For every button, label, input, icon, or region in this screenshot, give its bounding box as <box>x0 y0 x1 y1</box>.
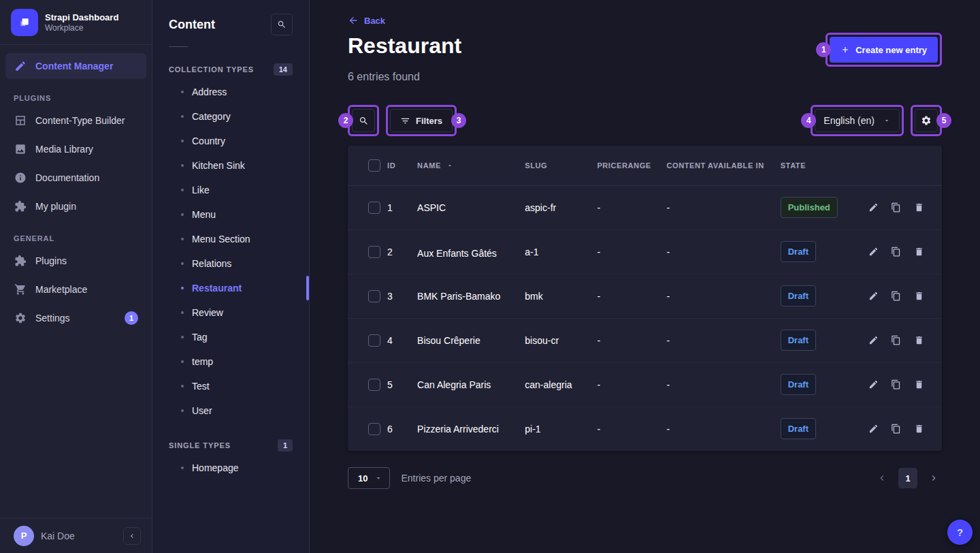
entries-table-card: ID NAME SLUG PRICERANGE CONTENT AVAILAB <box>348 146 942 451</box>
table-row[interactable]: 3 BMK Paris-Bamako bmk - - Draft <box>348 274 942 318</box>
delete-button[interactable] <box>910 242 928 262</box>
filters-button[interactable]: Filters <box>390 109 453 132</box>
sidebar-item-my-plugin[interactable]: My plugin <box>5 193 146 219</box>
column-header-pricerange[interactable]: PRICERANGE <box>597 146 666 185</box>
delete-button[interactable] <box>910 198 928 217</box>
pencil-icon <box>868 379 879 390</box>
subnav-item-kitchen-sink[interactable]: Kitchen Sink <box>169 153 293 178</box>
chevron-left-icon <box>128 532 136 540</box>
subnav-item-category[interactable]: Category <box>169 104 293 129</box>
delete-button[interactable] <box>910 287 928 306</box>
column-header-slug[interactable]: SLUG <box>525 146 597 185</box>
duplicate-button[interactable] <box>887 242 905 262</box>
avatar[interactable]: P <box>14 526 34 546</box>
row-checkbox[interactable] <box>368 246 380 258</box>
subnav-item-menu-section[interactable]: Menu Section <box>169 227 293 251</box>
edit-button[interactable] <box>864 375 883 394</box>
column-header-available[interactable]: CONTENT AVAILABLE IN <box>667 146 781 185</box>
sidebar-item-plugins[interactable]: Plugins <box>5 248 146 274</box>
collapse-sidebar-button[interactable] <box>123 527 141 545</box>
pencil-icon <box>868 291 879 301</box>
row-checkbox[interactable] <box>368 423 380 435</box>
edit-button[interactable] <box>864 420 883 439</box>
cell-available: - <box>667 362 781 407</box>
subnav-search-button[interactable] <box>271 14 293 35</box>
duplicate-button[interactable] <box>887 331 905 350</box>
brand[interactable]: Strapi Dashboard Workplace <box>0 0 152 44</box>
subnav-item-user[interactable]: User <box>169 398 293 423</box>
search-button[interactable] <box>352 109 375 132</box>
pencil-icon <box>868 202 879 212</box>
chevron-down-icon <box>883 116 891 125</box>
table-row[interactable]: 1 ASPIC aspic-fr - - Published <box>348 185 942 230</box>
subnav-item-country[interactable]: Country <box>169 129 293 153</box>
sidebar-item-settings[interactable]: Settings 1 <box>5 305 146 331</box>
edit-button[interactable] <box>864 331 883 350</box>
page-1-button[interactable]: 1 <box>898 468 917 488</box>
sidebar-item-documentation[interactable]: Documentation <box>5 165 146 191</box>
trash-icon <box>914 247 924 257</box>
select-all-checkbox[interactable] <box>368 159 380 172</box>
delete-button[interactable] <box>910 375 928 394</box>
duplicate-button[interactable] <box>887 287 905 306</box>
next-page-button[interactable] <box>926 470 942 486</box>
duplicate-button[interactable] <box>887 375 905 394</box>
edit-button[interactable] <box>864 242 883 262</box>
row-checkbox[interactable] <box>368 379 380 391</box>
strapi-logo-icon <box>11 9 38 36</box>
delete-button[interactable] <box>910 420 928 439</box>
cell-slug: a-1 <box>525 230 597 274</box>
sidebar-item-marketplace[interactable]: Marketplace <box>5 276 146 302</box>
sidebar-item-content-type-builder[interactable]: Content-Type Builder <box>5 108 146 133</box>
trash-icon <box>914 202 924 212</box>
settings-notification-badge: 1 <box>125 311 138 325</box>
sidebar-item-media-library[interactable]: Media Library <box>5 136 146 162</box>
subnav-item-menu[interactable]: Menu <box>169 202 293 227</box>
bullet-icon <box>181 115 184 118</box>
collection-types-list: Address Category Country Kitchen Sink Li… <box>169 80 293 423</box>
annotation-badge-3: 3 <box>451 113 466 128</box>
edit-button[interactable] <box>864 198 883 217</box>
cell-name: Pizzeria Arrivederci <box>417 407 525 451</box>
row-checkbox[interactable] <box>368 202 380 214</box>
table-row[interactable]: 2 Aux Enfants Gâtés a-1 - - Draft <box>348 230 942 274</box>
column-header-name[interactable]: NAME <box>417 146 525 185</box>
row-checkbox[interactable] <box>368 290 380 302</box>
sidebar-item-content-manager[interactable]: Content Manager <box>5 53 146 79</box>
duplicate-button[interactable] <box>887 198 905 217</box>
info-icon <box>14 171 27 185</box>
previous-page-button[interactable] <box>874 470 890 486</box>
cell-name: Can Alegria Paris <box>417 362 525 407</box>
column-header-state[interactable]: STATE <box>781 146 864 185</box>
help-button[interactable]: ? <box>947 520 973 545</box>
subnav-item-like[interactable]: Like <box>169 178 293 202</box>
edit-button[interactable] <box>864 287 883 306</box>
table-row[interactable]: 5 Can Alegria Paris can-alegria - - Draf… <box>348 362 942 407</box>
subnav-item-tag[interactable]: Tag <box>169 325 293 349</box>
back-link[interactable]: Back <box>348 15 385 26</box>
subnav-item-test[interactable]: Test <box>169 374 293 398</box>
column-header-id[interactable]: ID <box>387 146 417 185</box>
subnav-item-homepage[interactable]: Homepage <box>169 456 293 480</box>
table-row[interactable]: 6 Pizzeria Arrivederci pi-1 - - Draft <box>348 407 942 451</box>
table-row[interactable]: 4 Bisou Crêperie bisou-cr - - Draft <box>348 318 942 362</box>
subnav-item-temp[interactable]: temp <box>169 349 293 374</box>
duplicate-button[interactable] <box>887 420 905 439</box>
page-size-select[interactable]: 10 <box>348 467 390 489</box>
cell-pricerange: - <box>597 407 666 451</box>
subnav-item-address[interactable]: Address <box>169 80 293 104</box>
view-settings-button[interactable] <box>915 109 938 132</box>
annotation-badge-4: 4 <box>801 113 816 128</box>
cell-pricerange: - <box>597 362 666 407</box>
main-content: Back Restaurant 1 Create new entry 6 ent… <box>310 0 980 553</box>
subnav-item-relations[interactable]: Relations <box>169 251 293 276</box>
create-new-entry-button[interactable]: Create new entry <box>830 37 938 63</box>
subnav-item-restaurant[interactable]: Restaurant <box>169 276 293 300</box>
annotation-box: English (en) <box>811 105 904 136</box>
delete-button[interactable] <box>910 331 928 350</box>
cell-pricerange: - <box>597 185 666 230</box>
filter-icon <box>400 116 410 126</box>
row-checkbox[interactable] <box>368 334 380 347</box>
locale-select[interactable]: English (en) <box>815 109 900 132</box>
subnav-item-review[interactable]: Review <box>169 300 293 325</box>
